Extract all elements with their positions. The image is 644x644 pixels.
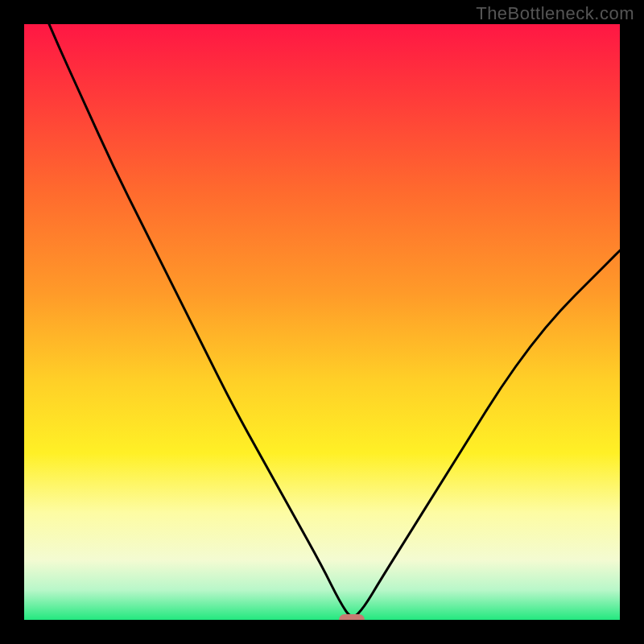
chart-frame: TheBottleneck.com — [0, 0, 644, 644]
plot-area — [24, 24, 620, 620]
gradient-background — [24, 24, 620, 620]
optimal-point-marker — [339, 614, 365, 620]
plot-svg — [24, 24, 620, 620]
watermark-label: TheBottleneck.com — [476, 3, 634, 24]
